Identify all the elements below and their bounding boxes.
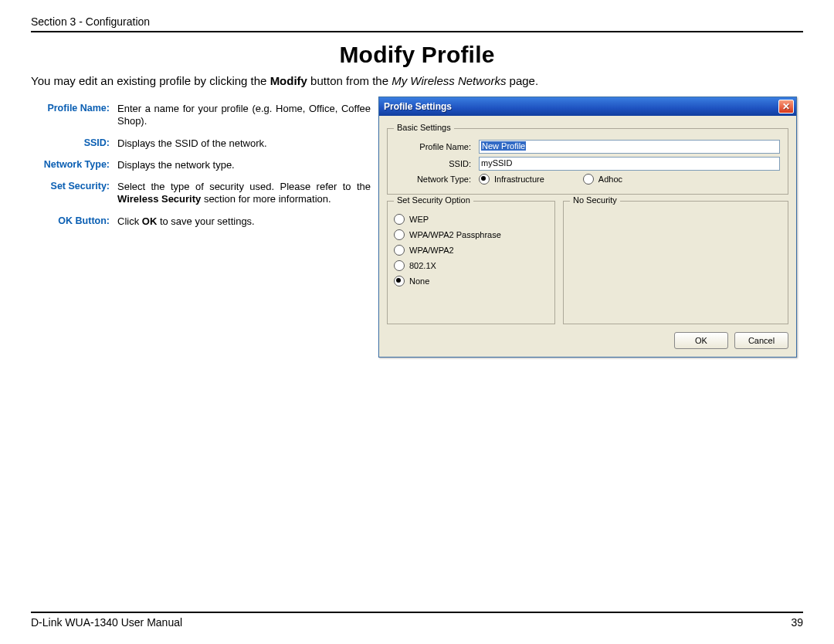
8021x-radio[interactable]: 802.1X: [394, 260, 548, 271]
basic-settings-group: Basic Settings Profile Name: New Profile…: [387, 128, 788, 195]
wpa-passphrase-radio[interactable]: WPA/WPA2 Passphrase: [394, 229, 548, 240]
radio-icon: [394, 229, 405, 240]
radio-icon: [394, 245, 405, 256]
def-text-ok-button: Click OK to save your settings.: [113, 215, 371, 228]
footer-left: D-Link WUA-1340 User Manual: [31, 616, 182, 629]
none-radio[interactable]: None: [394, 276, 548, 286]
security-option-group: Set Security Option WEP WPA/WPA2 Passphr…: [387, 201, 555, 324]
def-label-set-security: Set Security:: [31, 181, 113, 192]
ssid-input[interactable]: mySSID: [479, 157, 780, 171]
wep-radio[interactable]: WEP: [394, 214, 548, 225]
ssid-label: SSID:: [394, 159, 479, 168]
def-text-profile-name: Enter a name for your profile (e.g. Home…: [113, 103, 371, 128]
security-legend: Set Security Option: [394, 195, 473, 205]
profile-name-label: Profile Name:: [394, 142, 479, 151]
def-text-network-type: Displays the network type.: [113, 159, 371, 171]
def-label-ssid: SSID:: [31, 137, 113, 148]
section-header: Section 3 - Configuration: [31, 15, 803, 32]
profile-name-input[interactable]: New Profile: [479, 140, 780, 154]
def-label-profile-name: Profile Name:: [31, 103, 113, 114]
no-security-legend: No Security: [570, 195, 620, 205]
radio-icon: [479, 174, 490, 185]
adhoc-radio[interactable]: Adhoc: [583, 174, 622, 185]
page-number: 39: [791, 616, 803, 629]
intro-text: You may edit an existing profile by clic…: [31, 74, 803, 87]
infrastructure-radio[interactable]: Infrastructure: [479, 174, 544, 185]
wpa-radio[interactable]: WPA/WPA2: [394, 245, 548, 256]
dialog-titlebar: Profile Settings ✕: [379, 97, 796, 116]
def-label-ok-button: OK Button:: [31, 215, 113, 226]
definitions-list: Profile Name: Enter a name for your prof…: [31, 103, 371, 358]
def-label-network-type: Network Type:: [31, 159, 113, 170]
def-text-set-security: Select the type of security used. Please…: [113, 181, 371, 206]
no-security-group: No Security: [563, 201, 788, 324]
def-text-ssid: Displays the SSID of the network.: [113, 137, 371, 150]
ok-button[interactable]: OK: [674, 332, 728, 349]
close-icon[interactable]: ✕: [778, 100, 794, 114]
network-type-label: Network Type:: [394, 175, 479, 184]
page-title: Modify Profile: [31, 42, 803, 68]
radio-icon: [583, 174, 594, 185]
profile-settings-dialog: Profile Settings ✕ Basic Settings Profil…: [378, 97, 797, 358]
cancel-button[interactable]: Cancel: [734, 332, 788, 349]
radio-icon: [394, 260, 405, 271]
radio-icon: [394, 276, 405, 286]
basic-settings-legend: Basic Settings: [394, 123, 454, 132]
dialog-title: Profile Settings: [384, 101, 452, 112]
radio-icon: [394, 214, 405, 225]
